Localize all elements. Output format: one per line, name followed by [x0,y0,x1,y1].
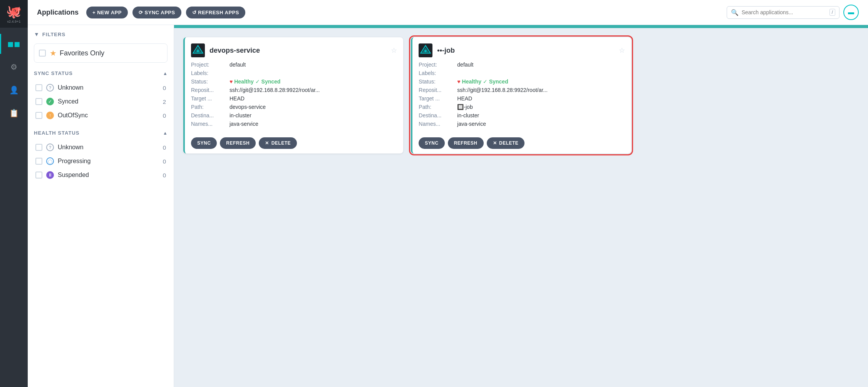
filter-unknown-health[interactable]: ? Unknown 0 [34,140,168,154]
sidebar-item-user[interactable]: 👤 [0,80,28,100]
unknown-health-icon: ? [46,143,54,151]
progressing-checkbox[interactable] [35,158,42,165]
star-icon: ★ [50,48,57,58]
app-card-devops-service[interactable]: devops-service ☆ Project: default Labels… [183,37,403,153]
sync-status-header[interactable]: SYNC STATUS ▲ [34,70,168,76]
filter-outofsynced[interactable]: ↑ OutOfSync 0 [34,108,168,122]
apps-top-bar [174,25,868,28]
sidebar: 🐙 v2.4.9+1 ◼◼ ⚙ 👤 📋 [0,0,28,387]
favorites-only-filter[interactable]: ★ Favorites Only [34,43,168,63]
octopus-icon: 🐙 [6,4,22,19]
filters-header: ▼ FILTERS [34,31,168,37]
search-input[interactable] [742,9,826,15]
suspended-icon: ⏸ [46,171,54,179]
suspended-count: 0 [163,172,166,178]
filter-progressing[interactable]: ◌ Progressing 0 [34,154,168,168]
detail-status-devops: Status: ♥ Healthy ✓ Synced [191,77,397,86]
sync-status-devops: Synced [261,78,281,85]
header: Applications + NEW APP ⟳ SYNC APPS ↺ REF… [28,0,868,25]
search-box[interactable]: 🔍 / [727,6,840,19]
unknown-health-checkbox[interactable] [35,144,42,151]
app-star-devops[interactable]: ☆ [391,46,397,55]
filter-synced[interactable]: ✓ Synced 2 [34,95,168,108]
check-icon-ai-job: ✓ [483,78,488,85]
app-details-devops: Project: default Labels: Status: ♥ Healt… [185,60,403,133]
filter-icon: ▼ [34,31,39,37]
app-star-ai-job[interactable]: ☆ [619,46,625,55]
app-actions-devops: SYNC REFRESH ✕ DELETE [185,133,403,153]
synced-count: 2 [163,98,166,105]
refresh-button-ai-job[interactable]: REFRESH [448,137,484,149]
sync-status-chevron: ▲ [163,71,168,76]
unknown-sync-checkbox[interactable] [35,84,42,91]
new-app-button[interactable]: + NEW APP [86,7,128,18]
sync-status-section: SYNC STATUS ▲ ? Unknown 0 ✓ Synced 2 [34,70,168,122]
sidebar-item-apps[interactable]: ◼◼ [0,34,28,54]
search-shortcut: / [829,9,835,16]
sync-button-ai-job[interactable]: SYNC [419,137,444,149]
heart-icon-devops: ♥ [230,78,233,85]
refresh-button-devops[interactable]: REFRESH [220,137,256,149]
health-status-section: HEALTH STATUS ▲ ? Unknown 0 ◌ Progressin… [34,130,168,182]
suspended-checkbox[interactable] [35,172,42,178]
favorites-checkbox[interactable] [39,50,46,57]
main-content: Applications + NEW APP ⟳ SYNC APPS ↺ REF… [28,0,868,387]
health-status-devops: Healthy [234,78,254,85]
sync-status-title: SYNC STATUS [34,70,73,76]
terminal-icon: ▬ [848,9,854,16]
sidebar-nav: ◼◼ ⚙ 👤 📋 [0,28,28,123]
detail-labels-devops: Labels: [191,69,397,77]
argo-icon-devops [191,43,205,57]
outofsynced-label: OutOfSync [58,112,159,119]
argo-icon-ai-job [419,43,432,57]
filters-panel: ▼ FILTERS ★ Favorites Only SYNC STATUS ▲ [28,25,174,387]
sidebar-item-settings[interactable]: ⚙ [0,57,28,77]
unknown-health-label: Unknown [58,144,159,151]
health-status-title: HEALTH STATUS [34,130,79,136]
health-status-header[interactable]: HEALTH STATUS ▲ [34,130,168,136]
favorites-label: ★ Favorites Only [50,48,104,58]
app-card-header-devops: devops-service ☆ [185,37,403,60]
filter-suspended[interactable]: ⏸ Suspended 0 [34,168,168,182]
page-title: Applications [37,8,79,17]
heart-icon-ai-job: ♥ [457,78,460,85]
delete-icon-ai-job: ✕ [493,140,497,146]
gear-icon: ⚙ [10,62,17,72]
app-card-ai-job[interactable]: ••-job ☆ Project: default Labels: [411,37,631,153]
terminal-button[interactable]: ▬ [843,5,859,20]
detail-namespace-devops: Names... java-service [191,120,397,128]
detail-project-devops: Project: default [191,60,397,69]
detail-target-devops: Target ... HEAD [191,94,397,103]
suspended-label: Suspended [58,172,159,178]
sync-apps-button[interactable]: ⟳ SYNC APPS [132,7,181,18]
sidebar-logo: 🐙 v2.4.9+1 [0,0,28,28]
synced-checkbox[interactable] [35,98,42,105]
unknown-sync-count: 0 [163,85,166,91]
detail-status-ai-job: Status: ♥ Healthy ✓ Synced [419,77,625,86]
detail-destination-devops: Destina... in-cluster [191,111,397,120]
detail-project-ai-job: Project: default [419,60,625,69]
user-icon: 👤 [9,85,19,95]
sync-button-devops[interactable]: SYNC [191,137,217,149]
detail-target-ai-job: Target ... HEAD [419,94,625,103]
detail-repo-devops: Reposit... ssh://git@192.168.8.28:9922/r… [191,86,397,94]
search-icon: 🔍 [731,9,739,16]
detail-repo-ai-job: Reposit... ssh://git@192.168.8.28:9922/r… [419,86,625,94]
health-status-ai-job: Healthy [462,78,482,85]
content-area: ▼ FILTERS ★ Favorites Only SYNC STATUS ▲ [28,25,868,387]
delete-button-devops[interactable]: ✕ DELETE [259,137,297,149]
sidebar-item-docs[interactable]: 📋 [0,103,28,123]
delete-button-ai-job[interactable]: ✕ DELETE [487,137,525,149]
detail-destination-ai-job: Destina... in-cluster [419,111,625,120]
detail-path-devops: Path: devops-service [191,103,397,111]
unknown-sync-icon: ? [46,84,54,92]
outofsynced-checkbox[interactable] [35,112,42,119]
app-details-ai-job: Project: default Labels: Status: ♥ Healt… [412,60,631,133]
layers-icon: ◼◼ [7,39,20,48]
refresh-apps-button[interactable]: ↺ REFRESH APPS [186,7,245,18]
check-icon-devops: ✓ [255,78,260,85]
filter-unknown-sync[interactable]: ? Unknown 0 [34,81,168,95]
apps-area: devops-service ☆ Project: default Labels… [174,25,868,387]
detail-labels-ai-job: Labels: [419,69,625,77]
app-actions-ai-job: SYNC REFRESH ✕ DELETE [412,133,631,153]
